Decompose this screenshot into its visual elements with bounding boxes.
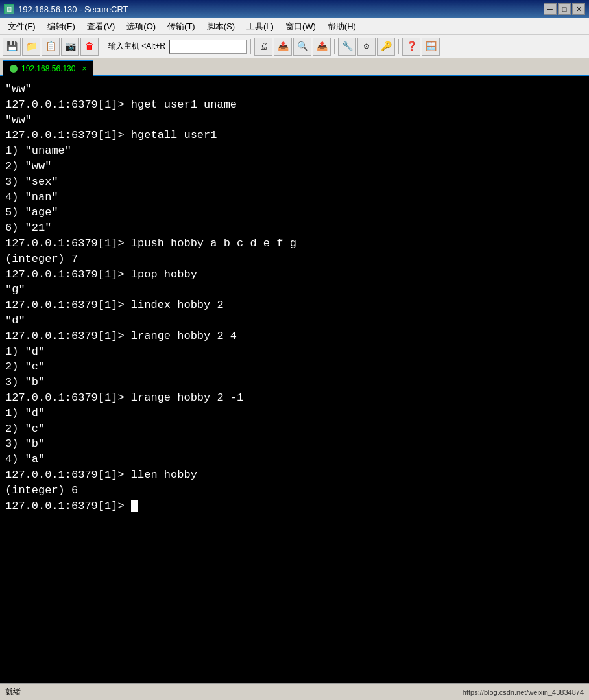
menu-bar: 文件(F) 编辑(E) 查看(V) 选项(O) 传输(T) 脚本(S) 工具(L… <box>0 18 589 35</box>
menu-transfer[interactable]: 传输(T) <box>162 19 200 34</box>
terminal-line: 127.0.0.1:6379[1]> lrange hobby 2 -1 <box>5 390 584 406</box>
terminal-line: 2) "c" <box>5 421 584 437</box>
terminal-line: 1) "d" <box>5 406 584 421</box>
toolbar-sep-1 <box>102 39 102 54</box>
terminal-line: (integer) 7 <box>5 251 584 267</box>
title-bar: 🖥 192.168.56.130 - SecureCRT ─ □ ✕ <box>0 0 589 18</box>
terminal-line: 127.0.0.1:6379[1]> lindex hobby 2 <box>5 298 584 313</box>
tab-close-button[interactable]: × <box>82 64 86 73</box>
toolbar-sep-4 <box>398 39 399 54</box>
terminal-line: 127.0.0.1:6379[1]> hget user1 uname <box>5 97 584 113</box>
terminal-line: 2) "ww" <box>5 159 584 174</box>
tab-indicator <box>10 65 18 73</box>
terminal-line: 1) "uname" <box>5 143 584 159</box>
terminal-line: 127.0.0.1:6379[1]> lpush hobby a b c d e… <box>5 236 584 251</box>
close-button[interactable]: ✕ <box>572 3 585 15</box>
toolbar-btn-9[interactable]: 📤 <box>313 38 331 56</box>
menu-edit[interactable]: 编辑(E) <box>42 19 80 34</box>
terminal-line: 127.0.0.1:6379[1]> lrange hobby 2 4 <box>5 329 584 344</box>
menu-tools[interactable]: 工具(L) <box>241 19 279 34</box>
terminal-line: 3) "b" <box>5 375 584 390</box>
terminal-line: 127.0.0.1:6379[1]> <box>5 498 584 514</box>
session-tab[interactable]: 192.168.56.130 × <box>3 60 93 76</box>
terminal-line: 5) "age" <box>5 205 584 220</box>
terminal-line: 3) "sex" <box>5 174 584 190</box>
toolbar-btn-13[interactable]: ❓ <box>402 38 420 56</box>
status-url: https://blog.csdn.net/weixin_43834874 <box>463 688 584 696</box>
terminal-line: 127.0.0.1:6379[1]> hgetall user1 <box>5 128 584 143</box>
terminal-line: "g" <box>5 282 584 298</box>
minimize-button[interactable]: ─ <box>544 3 557 15</box>
window-controls: ─ □ ✕ <box>544 3 585 15</box>
tab-bar: 192.168.56.130 × <box>0 58 589 76</box>
terminal-line: 4) "a" <box>5 452 584 467</box>
toolbar-btn-10[interactable]: 🔧 <box>338 38 356 56</box>
terminal-line: "ww" <box>5 82 584 97</box>
window-title: 192.168.56.130 - SecureCRT <box>18 5 540 14</box>
toolbar: 💾 📁 📋 📷 🗑 输入主机 <Alt+R 🖨 📤 🔍 📤 🔧 ⚙ 🔑 ❓ 🪟 <box>0 35 589 58</box>
terminal-line: 1) "d" <box>5 344 584 360</box>
host-input-label: 输入主机 <Alt+R <box>106 41 168 52</box>
terminal-line: 3) "b" <box>5 436 584 452</box>
terminal-area[interactable]: "ww"127.0.0.1:6379[1]> hget user1 uname"… <box>0 76 589 683</box>
toolbar-btn-2[interactable]: 📁 <box>22 38 40 56</box>
toolbar-btn-8[interactable]: 🔍 <box>293 38 311 56</box>
toolbar-btn-4[interactable]: 📷 <box>61 38 79 56</box>
toolbar-btn-7[interactable]: 📤 <box>274 38 292 56</box>
menu-options[interactable]: 选项(O) <box>121 19 161 34</box>
toolbar-btn-5[interactable]: 🗑 <box>80 38 99 56</box>
menu-script[interactable]: 脚本(S) <box>202 19 240 34</box>
menu-window[interactable]: 窗口(W) <box>280 19 321 34</box>
maximize-button[interactable]: □ <box>558 3 571 15</box>
tab-label: 192.168.56.130 <box>21 64 75 73</box>
terminal-line: 6) "21" <box>5 220 584 236</box>
toolbar-btn-12[interactable]: 🔑 <box>377 38 395 56</box>
terminal-line: (integer) 6 <box>5 483 584 498</box>
menu-view[interactable]: 查看(V) <box>82 19 120 34</box>
terminal-line: "ww" <box>5 113 584 128</box>
host-input[interactable] <box>169 40 247 54</box>
status-ready: 就绪 <box>5 686 21 697</box>
terminal-line: 127.0.0.1:6379[1]> lpop hobby <box>5 267 584 283</box>
app-icon: 🖥 <box>4 4 14 14</box>
toolbar-btn-3[interactable]: 📋 <box>42 38 60 56</box>
toolbar-btn-1[interactable]: 💾 <box>3 38 21 56</box>
terminal-line: 2) "c" <box>5 359 584 375</box>
toolbar-sep-3 <box>334 39 335 54</box>
terminal-line: "d" <box>5 313 584 329</box>
status-bar: 就绪 https://blog.csdn.net/weixin_43834874 <box>0 683 589 700</box>
terminal-line: 4) "nan" <box>5 190 584 205</box>
toolbar-btn-14[interactable]: 🪟 <box>422 38 440 56</box>
terminal-cursor <box>131 500 138 512</box>
menu-help[interactable]: 帮助(H) <box>322 19 361 34</box>
toolbar-btn-6[interactable]: 🖨 <box>254 38 272 56</box>
menu-file[interactable]: 文件(F) <box>3 19 41 34</box>
terminal-line: 127.0.0.1:6379[1]> llen hobby <box>5 467 584 483</box>
toolbar-btn-11[interactable]: ⚙ <box>357 38 376 56</box>
toolbar-sep-2 <box>250 39 251 54</box>
